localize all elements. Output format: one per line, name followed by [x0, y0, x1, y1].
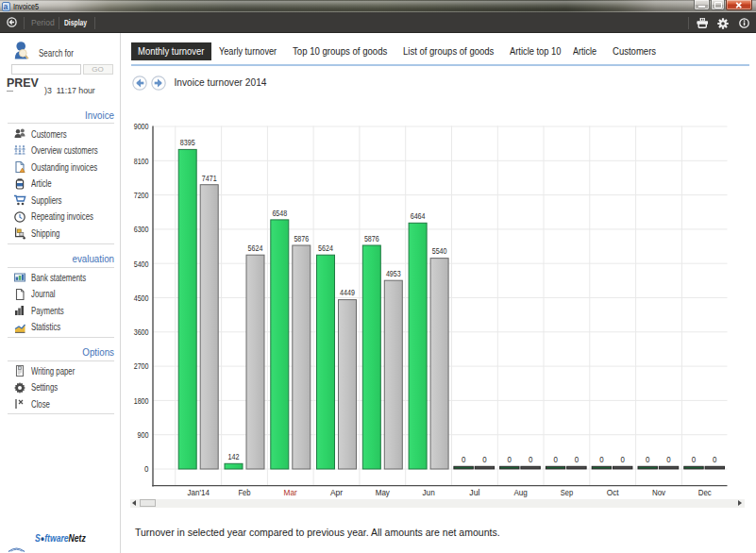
- svg-text:7471: 7471: [202, 174, 217, 183]
- svg-text:5400: 5400: [134, 260, 149, 269]
- svg-text:0: 0: [144, 464, 148, 474]
- svg-text:6548: 6548: [272, 209, 287, 218]
- svg-text:4953: 4953: [386, 269, 401, 278]
- svg-text:Oct: Oct: [607, 488, 620, 497]
- svg-text:0: 0: [482, 455, 487, 464]
- svg-text:900: 900: [138, 430, 149, 440]
- svg-text:Jun: Jun: [423, 488, 435, 497]
- svg-text:5540: 5540: [432, 246, 447, 256]
- svg-text:5624: 5624: [318, 243, 333, 253]
- svg-text:Apr: Apr: [330, 488, 343, 497]
- svg-text:0: 0: [713, 455, 717, 464]
- svg-text:8100: 8100: [134, 157, 149, 166]
- svg-text:0: 0: [599, 455, 604, 464]
- svg-text:0: 0: [508, 455, 512, 464]
- svg-text:Mar: Mar: [284, 488, 297, 497]
- svg-text:May: May: [376, 488, 391, 497]
- svg-text:142: 142: [228, 452, 240, 461]
- svg-text:9000: 9000: [134, 122, 149, 131]
- svg-text:0: 0: [621, 455, 626, 464]
- svg-text:0: 0: [553, 455, 558, 464]
- svg-text:6300: 6300: [134, 225, 149, 234]
- svg-text:0: 0: [646, 455, 650, 464]
- svg-text:Jul: Jul: [469, 488, 479, 497]
- svg-text:0: 0: [666, 455, 671, 464]
- svg-text:Aug: Aug: [513, 488, 528, 497]
- svg-text:0: 0: [529, 455, 533, 464]
- svg-text:Nov: Nov: [652, 488, 666, 497]
- svg-text:2700: 2700: [134, 361, 149, 371]
- svg-text:Sep: Sep: [561, 488, 574, 497]
- svg-text:5876: 5876: [364, 234, 379, 243]
- svg-text:1800: 1800: [134, 396, 149, 406]
- svg-text:4449: 4449: [340, 288, 355, 297]
- svg-text:8395: 8395: [180, 138, 195, 147]
- svg-text:6464: 6464: [411, 211, 426, 221]
- svg-text:7200: 7200: [134, 191, 149, 200]
- svg-text:Dec: Dec: [698, 488, 713, 497]
- svg-text:Jan'14: Jan'14: [187, 488, 210, 497]
- svg-text:5876: 5876: [294, 234, 309, 243]
- svg-text:0: 0: [462, 455, 466, 464]
- svg-text:3600: 3600: [134, 327, 149, 337]
- svg-text:5624: 5624: [248, 243, 263, 253]
- svg-text:Feb: Feb: [238, 488, 250, 497]
- svg-text:0: 0: [692, 455, 697, 464]
- svg-text:4500: 4500: [134, 293, 149, 303]
- svg-text:0: 0: [575, 455, 580, 464]
